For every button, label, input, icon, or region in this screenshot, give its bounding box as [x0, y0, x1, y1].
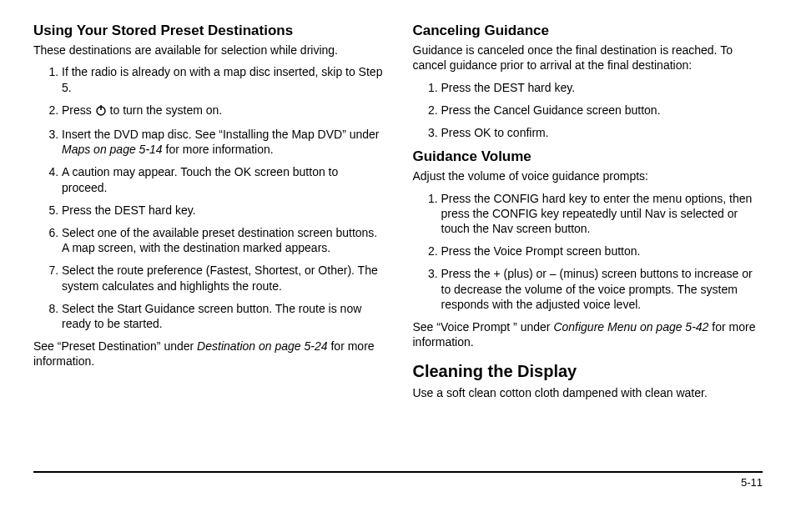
step-3-text-c: for more information.	[163, 143, 274, 156]
step-2-text-a: Press	[62, 103, 95, 117]
step-3-text-a: Insert the DVD map disc. See “Installing…	[62, 128, 380, 141]
volume-intro: Adjust the volume of voice guidance prom…	[413, 168, 763, 183]
volume-note-a: See “Voice Prompt ” under	[413, 320, 554, 334]
preset-step-7: Select the route preference (Fastest, Sh…	[62, 263, 384, 293]
preset-step-1: If the radio is already on with a map di…	[62, 64, 384, 94]
preset-note-a: See “Preset Destination” under	[33, 339, 197, 353]
heading-canceling-guidance: Canceling Guidance	[413, 22, 763, 39]
preset-reference-note: See “Preset Destination” under Destinati…	[33, 339, 384, 369]
preset-step-5: Press the DEST hard key.	[62, 203, 384, 218]
preset-step-2: Press to turn the system on.	[62, 103, 384, 119]
preset-step-6: Select one of the available preset desti…	[62, 225, 384, 255]
preset-step-4: A caution may appear. Touch the OK scree…	[62, 164, 384, 194]
right-column: Canceling Guidance Guidance is canceled …	[413, 22, 763, 471]
maps-page-reference: Maps on page 5‑14	[62, 143, 163, 156]
cancel-intro: Guidance is canceled once the final dest…	[413, 43, 763, 73]
volume-step-3: Press the + (plus) or – (minus) screen b…	[441, 266, 763, 312]
heading-guidance-volume: Guidance Volume	[413, 148, 763, 165]
cancel-steps-list: Press the DEST hard key. Press the Cance…	[413, 80, 763, 141]
page-footer: 5-11	[33, 471, 763, 489]
volume-steps-list: Press the CONFIG hard key to enter the m…	[413, 191, 763, 312]
page-content: Using Your Stored Preset Destinations Th…	[0, 0, 796, 471]
cancel-step-1: Press the DEST hard key.	[441, 80, 763, 95]
volume-step-2: Press the Voice Prompt screen button.	[441, 243, 763, 258]
preset-intro: These destinations are available for sel…	[33, 43, 384, 58]
heading-cleaning-display: Cleaning the Display	[413, 361, 763, 382]
cancel-step-2: Press the Cancel Guidance screen button.	[441, 103, 763, 118]
preset-steps-list: If the radio is already on with a map di…	[33, 64, 384, 331]
configure-menu-reference: Configure Menu on page 5‑42	[553, 320, 708, 334]
cancel-step-3: Press OK to confirm.	[441, 125, 763, 140]
heading-preset-destinations: Using Your Stored Preset Destinations	[33, 22, 384, 39]
preset-step-8: Select the Start Guidance screen button.…	[62, 301, 384, 331]
step-2-text-b: to turn the system on.	[107, 103, 223, 117]
power-icon	[95, 104, 107, 119]
left-column: Using Your Stored Preset Destinations Th…	[33, 22, 384, 471]
cleaning-text: Use a soft clean cotton cloth dampened w…	[413, 385, 763, 400]
preset-step-3: Insert the DVD map disc. See “Installing…	[62, 127, 384, 157]
page-number: 5-11	[741, 476, 763, 489]
volume-step-1: Press the CONFIG hard key to enter the m…	[441, 191, 763, 237]
destination-page-reference: Destination on page 5‑24	[197, 339, 327, 353]
volume-reference-note: See “Voice Prompt ” under Configure Menu…	[413, 319, 763, 349]
